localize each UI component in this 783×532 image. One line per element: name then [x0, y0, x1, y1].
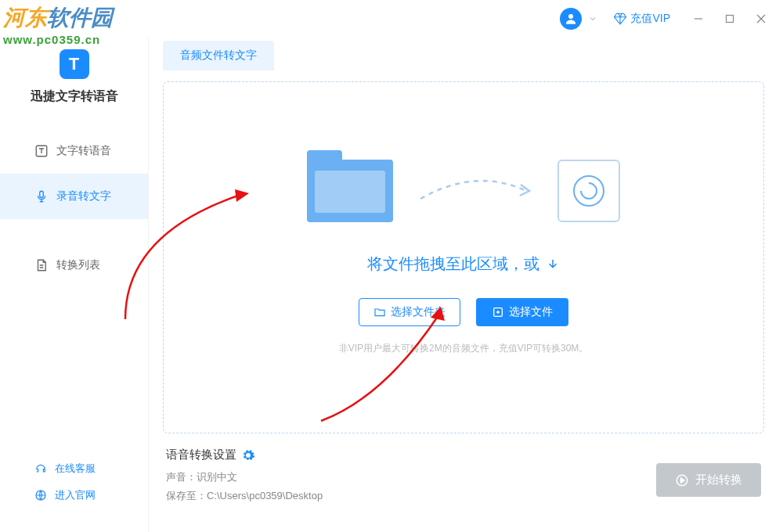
start-convert-button[interactable]: 开始转换: [656, 463, 761, 497]
dashed-arrow-icon: [417, 175, 534, 207]
maximize-icon: [725, 14, 734, 23]
folder-small-icon: [373, 306, 386, 318]
svg-point-0: [568, 14, 573, 19]
close-button[interactable]: [749, 6, 774, 31]
dropzone-buttons: 选择文件夹 选择文件: [359, 298, 568, 326]
settings-title: 语音转换设置: [166, 448, 323, 462]
sidebar-nav: 文字转语音 录音转文字 转换列表: [0, 128, 148, 455]
website-link[interactable]: 进入官网: [34, 482, 148, 509]
play-icon: [675, 473, 689, 487]
convert-settings: 语音转换设置 声音：识别中文 保存至：C:\Users\pc0359\Deskt…: [163, 433, 764, 508]
headset-icon: [34, 462, 47, 475]
save-path-setting: 保存至：C:\Users\pc0359\Desktop: [166, 489, 323, 503]
globe-icon: [34, 489, 47, 501]
tab-row: 音频文件转文字: [163, 38, 764, 70]
download-arrow-icon: [546, 257, 560, 271]
chevron-down-icon[interactable]: [588, 14, 597, 23]
main-content: 音频文件转文字 将文件拖拽至此区域，或 选择文件夹: [149, 38, 783, 532]
select-folder-button[interactable]: 选择文件夹: [359, 298, 460, 326]
select-file-button[interactable]: 选择文件: [476, 298, 568, 326]
dropzone-hint: 非VIP用户最大可转换2M的音频文件，充值VIP可转换30M。: [339, 342, 589, 355]
sidebar-item-label: 文字转语音: [56, 144, 111, 158]
window-titlebar: 充值VIP: [0, 0, 783, 38]
dropzone-graphic: [307, 160, 620, 222]
sidebar-item-convert-list[interactable]: 转换列表: [0, 243, 148, 288]
sidebar-item-audio-to-text[interactable]: 录音转文字: [0, 174, 148, 219]
user-avatar[interactable]: [560, 8, 582, 30]
sidebar-item-label: 录音转文字: [56, 189, 111, 203]
app-title: 迅捷文字转语音: [0, 88, 148, 105]
website-label: 进入官网: [55, 488, 96, 502]
minimize-icon: [694, 14, 703, 23]
voice-setting: 声音：识别中文: [166, 470, 323, 484]
diamond-icon: [613, 12, 627, 26]
app-logo-icon: T: [60, 49, 89, 79]
vip-recharge-link[interactable]: 充值VIP: [613, 12, 670, 26]
support-link[interactable]: 在线客服: [34, 455, 148, 482]
settings-info: 语音转换设置 声音：识别中文 保存至：C:\Users\pc0359\Deskt…: [166, 448, 323, 508]
plus-square-icon: [492, 306, 504, 318]
sidebar-footer: 在线客服 进入官网: [0, 455, 148, 532]
file-dropzone[interactable]: 将文件拖拽至此区域，或 选择文件夹 选择文件 非VIP用户最大可转换2M的音频文…: [163, 81, 764, 433]
gear-icon[interactable]: [241, 448, 255, 462]
list-icon: [34, 258, 49, 272]
svg-rect-6: [40, 191, 44, 197]
svg-rect-2: [727, 16, 734, 23]
folder-icon: [307, 160, 393, 222]
sidebar-item-label: 转换列表: [56, 258, 100, 272]
sidebar-item-text-to-speech[interactable]: 文字转语音: [0, 128, 148, 174]
text-icon: [34, 144, 49, 158]
dropzone-prompt: 将文件拖拽至此区域，或: [367, 253, 560, 275]
minimize-button[interactable]: [686, 6, 711, 31]
user-icon: [564, 12, 578, 26]
support-label: 在线客服: [55, 462, 96, 476]
microphone-icon: [34, 189, 49, 203]
vip-label: 充值VIP: [630, 12, 670, 26]
sidebar: T 迅捷文字转语音 文字转语音 录音转文字 转换列表 在线客服: [0, 38, 149, 532]
logo-area: T 迅捷文字转语音: [0, 38, 148, 128]
convert-target-icon: [557, 160, 620, 222]
close-icon: [756, 14, 766, 23]
maximize-button[interactable]: [717, 6, 742, 31]
tab-audio-to-text[interactable]: 音频文件转文字: [163, 41, 274, 70]
